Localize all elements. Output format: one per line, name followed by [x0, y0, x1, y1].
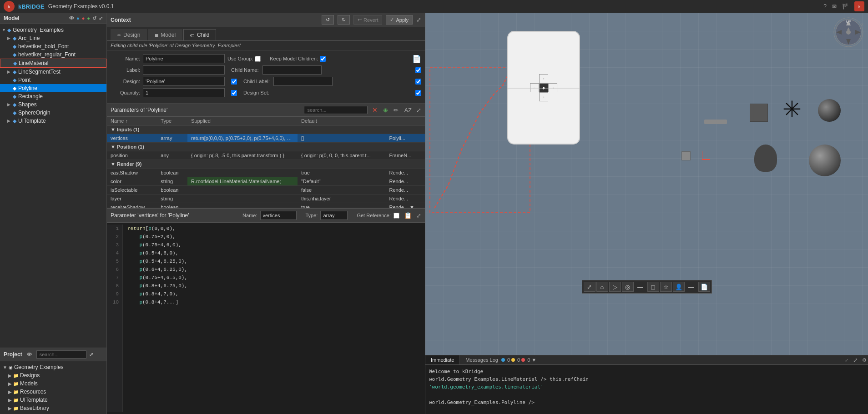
- param-row-is-selectable[interactable]: isSelectable boolean false Rende...: [107, 186, 425, 195]
- use-group-checkbox[interactable]: [255, 56, 261, 62]
- param-row-vertices[interactable]: vertices array return[p(0,0,0), p(0.75+2…: [107, 134, 425, 143]
- flag-icon[interactable]: 🏴: [842, 3, 849, 10]
- tab-design[interactable]: ✏ Design: [111, 29, 147, 40]
- detail-copy-icon[interactable]: 📋: [403, 212, 413, 219]
- bt-doc[interactable]: 📄: [698, 282, 710, 292]
- design-input[interactable]: [143, 77, 225, 86]
- tree-item-helvetiker-regular[interactable]: ◆ helvetiker_regular_Font: [0, 50, 106, 59]
- tree-item-arc-line[interactable]: ▶ ◆ Arc_Line: [0, 34, 106, 42]
- design-set-checkbox[interactable]: [415, 90, 421, 96]
- params-add-icon[interactable]: ⊕: [382, 107, 389, 114]
- name-input[interactable]: [143, 54, 225, 63]
- bt-star[interactable]: ☆: [660, 282, 672, 292]
- tree-item-line-material[interactable]: ◆ LineMaterial: [0, 59, 106, 68]
- param-row-color[interactable]: color string R.rootModel.LineMaterial.Ma…: [107, 177, 425, 186]
- tree-item-polyline[interactable]: ◆ Polyline: [0, 84, 106, 92]
- detail-name-input[interactable]: [260, 211, 297, 220]
- bt-home[interactable]: ⌂: [596, 282, 608, 292]
- design-checkbox[interactable]: [231, 79, 237, 85]
- param-row-position[interactable]: position any { origin: p(-8, -5 0, this.…: [107, 151, 425, 160]
- project-item-base-library[interactable]: ▶ 📁 BaseLibrary: [0, 404, 106, 412]
- tab-messages-log[interactable]: Messages Log 0 0 0 ▼: [460, 355, 542, 364]
- child-label-input[interactable]: [273, 77, 333, 86]
- detail-type-input[interactable]: [320, 211, 348, 220]
- tree-item-helvetiker-bold[interactable]: ◆ helvetiker_bold_Font: [0, 42, 106, 50]
- help-icon[interactable]: ?: [823, 3, 827, 10]
- tree-item-ui-template[interactable]: ▶ ◆ UITemplate: [0, 117, 106, 125]
- bt-play[interactable]: ▷: [609, 282, 621, 292]
- bottom-resize[interactable]: ⤢: [843, 356, 850, 364]
- bt-fullscreen[interactable]: ⤢: [584, 282, 595, 292]
- context-expand-icon[interactable]: ⤢: [416, 16, 421, 23]
- keep-model-checkbox[interactable]: [320, 56, 326, 62]
- child-name-input[interactable]: [262, 65, 322, 75]
- detail-getref-checkbox[interactable]: [394, 213, 399, 219]
- tree-icon: ◆: [13, 52, 16, 58]
- bt-person[interactable]: 👤: [673, 282, 685, 292]
- quantity-checkbox[interactable]: [231, 90, 237, 96]
- mail-icon[interactable]: ✉: [832, 3, 837, 10]
- params-edit-icon[interactable]: ✏: [393, 107, 399, 114]
- project-eye-icon[interactable]: 👁: [27, 352, 32, 357]
- redo-button[interactable]: ↻: [338, 15, 350, 25]
- tree-arrow: ▶: [7, 70, 13, 74]
- param-default: []: [298, 134, 386, 143]
- col-extra: [385, 117, 425, 125]
- params-sort-icon[interactable]: AZ: [403, 107, 413, 114]
- bt-circle[interactable]: ◎: [622, 282, 634, 292]
- label-label: Label:: [111, 67, 140, 73]
- tree-item-sphere-origin[interactable]: ◆ SphereOrigin: [0, 109, 106, 117]
- params-search[interactable]: [304, 106, 368, 114]
- quantity-input[interactable]: [143, 88, 225, 97]
- tab-child[interactable]: 🏷 Child: [183, 29, 216, 40]
- model-dot3-icon[interactable]: ●: [87, 15, 90, 21]
- param-name: position: [107, 151, 157, 160]
- user-avatar[interactable]: k: [854, 1, 864, 11]
- project-item-ui-template[interactable]: ▶ 📁 UITemplate: [0, 396, 106, 404]
- tree-item-shapes[interactable]: ▶ ◆ Shapes: [0, 100, 106, 109]
- project-expand-icon[interactable]: ⤢: [89, 352, 93, 358]
- project-item-resources[interactable]: ▶ 📁 Resources: [0, 388, 106, 396]
- tab-immediate[interactable]: Immediate: [425, 355, 460, 364]
- tab-model[interactable]: ◼ Model: [148, 29, 182, 40]
- child-label-checkbox[interactable]: [415, 79, 421, 85]
- settings-icon[interactable]: ⚙: [861, 356, 868, 364]
- model-refresh-icon[interactable]: ↺: [92, 15, 96, 21]
- child-name-checkbox[interactable]: [415, 67, 421, 73]
- model-dot2-icon[interactable]: ●: [82, 15, 85, 21]
- bottom-expand[interactable]: ⤢: [850, 357, 861, 364]
- param-supplied: [187, 203, 298, 208]
- params-expand-icon[interactable]: ⤢: [416, 107, 421, 114]
- project-label: Project: [4, 351, 22, 358]
- params-clear-icon[interactable]: ✕: [371, 106, 378, 114]
- bt-box[interactable]: ◻: [647, 282, 659, 292]
- param-row-cast-shadow[interactable]: castShadow boolean true Rende...: [107, 169, 425, 177]
- undo-button[interactable]: ↺: [322, 15, 334, 25]
- model-eye-icon[interactable]: 👁: [69, 15, 74, 21]
- viewport[interactable]: UP Z X ↑ ↓: [425, 13, 868, 355]
- param-row-receive-shadow[interactable]: receiveShadow boolean true Rende... ▼: [107, 203, 425, 208]
- detail-expand-icon[interactable]: ⤢: [416, 212, 421, 219]
- model-dot1-icon[interactable]: ●: [76, 15, 80, 21]
- apply-button[interactable]: ✓ Apply: [386, 15, 413, 25]
- project-item-designs[interactable]: ▶ 📁 Designs: [0, 371, 106, 379]
- tree-item-rectangle[interactable]: ◆ Rectangle: [0, 92, 106, 100]
- project-panel: Project 👁 ⤢ ▼ ◉ Geometry Examples ▶ 📁 De…: [0, 348, 106, 414]
- tree-item-point[interactable]: ◆ Point: [0, 76, 106, 84]
- tree-item-geometry-examples[interactable]: ▼ ◆ Geometry_Examples: [0, 26, 106, 34]
- param-row-layer[interactable]: layer string this.nha.layer Rende...: [107, 195, 425, 203]
- revert-button[interactable]: ↩ Revert: [353, 15, 382, 25]
- project-search[interactable]: [36, 350, 86, 359]
- nav-rose[interactable]: UP Z X: [833, 16, 864, 48]
- code-content[interactable]: return[p(0,0,0), p(0.75+2,0), p(0.75+4,6…: [123, 224, 425, 412]
- project-item-geometry[interactable]: ▼ ◉ Geometry Examples: [0, 363, 106, 371]
- tree-item-line-segment-test[interactable]: ▶ ◆ LineSegmentTest: [0, 68, 106, 76]
- model-expand-icon[interactable]: ⤢: [99, 15, 103, 21]
- project-item-models[interactable]: ▶ 📁 Models: [0, 379, 106, 388]
- form-right-label: Child Name:: [231, 65, 421, 75]
- context-header: Context ↺ ↻ ↩ Revert ✓ Apply ⤢: [107, 13, 425, 27]
- tree-label: Shapes: [18, 101, 37, 108]
- project-item-label: Geometry Examples: [14, 364, 64, 370]
- label-input[interactable]: [143, 65, 225, 75]
- use-group-area: Use Group:: [227, 56, 261, 62]
